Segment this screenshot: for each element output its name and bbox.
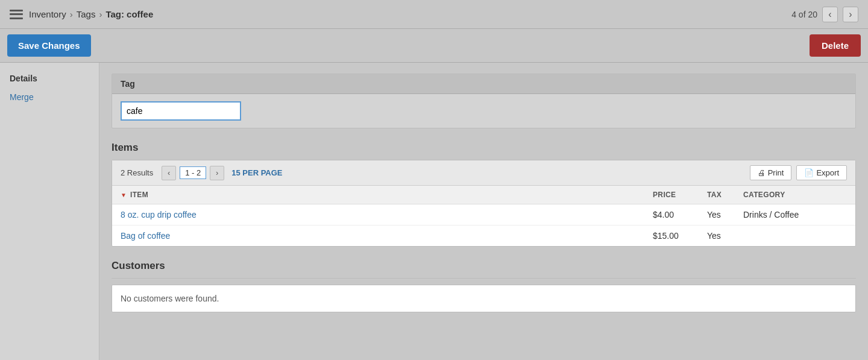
customers-section: Customers No customers were found. [112,260,856,312]
item-name-cell: Bag of coffee [112,226,644,247]
item-category-cell-0: Drinks / Coffee [735,204,855,226]
export-button[interactable]: 📄 Export [796,165,847,180]
main-layout: Details Merge Tag Items 2 Results ‹ [0,63,868,360]
breadcrumb-tags[interactable]: Tags [77,9,96,19]
item-link-drip-coffee[interactable]: 8 oz. cup drip coffee [121,210,197,219]
no-customers-message: No customers were found. [121,294,219,303]
breadcrumb-sep-2: › [99,9,102,19]
sidebar-details-title: Details [0,71,99,89]
tag-input-row [121,101,847,121]
tag-input[interactable] [121,101,241,121]
sidebar-item-merge[interactable]: Merge [0,89,99,105]
customers-divider [112,278,856,279]
next-nav-button[interactable]: › [843,7,858,22]
items-card: 2 Results ‹ 1 - 2 › 15 PER PAGE 🖨 Print … [112,160,856,247]
item-price-cell-1: $15.00 [644,226,699,247]
sort-arrow-icon: ▼ [121,192,127,198]
nav-right: 4 of 20 ‹ › [791,7,858,22]
action-bar: Save Changes Delete [0,29,868,63]
export-icon: 📄 [804,168,814,177]
col-category: CATEGORY [735,186,855,204]
pagination-left: 2 Results ‹ 1 - 2 › 15 PER PAGE [121,166,283,180]
content-area: Tag Items 2 Results ‹ 1 - 2 › 15 PER PA [99,63,868,360]
table-head: ▼ ITEM PRICE TAX CATEGORY [112,186,855,204]
items-title: Items [112,142,856,154]
customers-title: Customers [112,260,856,272]
breadcrumb-inventory[interactable]: Inventory [29,9,66,19]
item-category-cell-1 [735,226,855,247]
results-count: 2 Results [121,168,153,177]
item-price-cell-0: $4.00 [644,204,699,226]
pagination-right: 🖨 Print 📄 Export [750,165,847,180]
export-label: Export [816,168,839,177]
table-header-row: ▼ ITEM PRICE TAX CATEGORY [112,186,855,204]
per-page-selector[interactable]: 15 PER PAGE [231,168,282,177]
print-icon: 🖨 [758,168,766,177]
pagination-count: 4 of 20 [791,10,817,19]
col-price: PRICE [644,186,699,204]
top-nav: Inventory › Tags › Tag: coffee 4 of 20 ‹… [0,0,868,29]
col-item: ▼ ITEM [112,186,644,204]
prev-page-button[interactable]: ‹ [162,166,176,180]
save-changes-button[interactable]: Save Changes [7,34,91,57]
table-row: Bag of coffee $15.00 Yes [112,226,855,247]
customers-card: No customers were found. [112,285,856,312]
tag-section-header: Tag [112,74,855,94]
items-table: ▼ ITEM PRICE TAX CATEGORY 8 oz. cup drip… [112,186,855,246]
print-button[interactable]: 🖨 Print [750,165,792,180]
next-page-button[interactable]: › [210,166,224,180]
table-row: 8 oz. cup drip coffee $4.00 Yes Drinks /… [112,204,855,226]
item-tax-cell-1: Yes [699,226,735,247]
table-body: 8 oz. cup drip coffee $4.00 Yes Drinks /… [112,204,855,247]
page-range: 1 - 2 [180,166,206,179]
sidebar: Details Merge [0,63,99,360]
pagination-bar: 2 Results ‹ 1 - 2 › 15 PER PAGE 🖨 Print … [112,160,855,186]
item-tax-cell-0: Yes [699,204,735,226]
item-name-cell: 8 oz. cup drip coffee [112,204,644,226]
menu-icon [10,10,23,19]
tag-section-card: Tag [112,74,856,128]
tag-section-body [112,94,855,128]
col-tax: TAX [699,186,735,204]
breadcrumb-sep-1: › [70,9,73,19]
delete-button[interactable]: Delete [810,34,861,57]
breadcrumb: Inventory › Tags › Tag: coffee [10,9,153,19]
items-section: Items 2 Results ‹ 1 - 2 › 15 PER PAGE 🖨 [112,142,856,247]
item-link-bag-coffee[interactable]: Bag of coffee [121,231,170,241]
prev-nav-button[interactable]: ‹ [822,7,838,22]
print-label: Print [768,168,784,177]
breadcrumb-current: Tag: coffee [105,9,153,19]
